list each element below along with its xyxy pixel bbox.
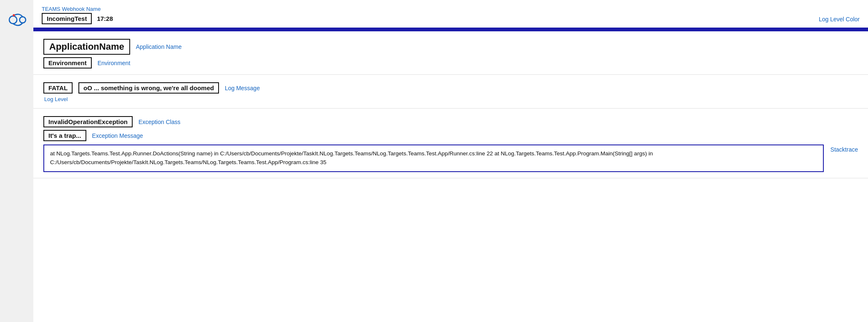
- app-name-label: Application Name: [136, 43, 182, 50]
- app-name-value: ApplicationName: [43, 39, 130, 55]
- exception-class-value: InvalidOperationException: [43, 116, 133, 127]
- header-top: TEAMS Webhook Name IncomingTest 17:28 Lo…: [42, 6, 860, 24]
- section-log: FATAL oO ... something is wrong, we're a…: [33, 75, 868, 109]
- exception-class-row: InvalidOperationException Exception Clas…: [43, 116, 858, 127]
- section-exception: InvalidOperationException Exception Clas…: [33, 109, 868, 178]
- section-app: ApplicationName Application Name Environ…: [33, 31, 868, 75]
- header-row: TEAMS Webhook Name IncomingTest 17:28 Lo…: [33, 0, 868, 28]
- log-message-row: FATAL oO ... something is wrong, we're a…: [43, 82, 858, 94]
- log-message-label: Log Message: [225, 85, 260, 91]
- exception-message-value: It's a trap...: [43, 130, 86, 141]
- log-level-value: FATAL: [43, 82, 73, 94]
- webhook-value: IncomingTest: [42, 13, 92, 24]
- exception-message-row: It's a trap... Exception Message: [43, 130, 858, 141]
- environment-value: Environment: [43, 57, 92, 68]
- svg-point-2: [13, 14, 15, 17]
- webhook-label: TEAMS Webhook Name: [42, 6, 113, 12]
- environment-row: Environment Environment: [43, 57, 858, 68]
- timestamp: 17:28: [97, 15, 113, 22]
- webhook-section: TEAMS Webhook Name IncomingTest 17:28: [42, 6, 113, 24]
- svg-point-0: [9, 16, 17, 23]
- stacktrace-value: at NLog.Targets.Teams.Test.App.Runner.Do…: [43, 145, 824, 172]
- color-bar: [33, 28, 868, 31]
- log-level-color-label: Log Level Color: [819, 16, 860, 24]
- exception-message-label: Exception Message: [92, 132, 143, 139]
- log-level-label: Log Level: [43, 96, 858, 102]
- stacktrace-row: at NLog.Targets.Teams.Test.App.Runner.Do…: [43, 145, 858, 172]
- log-message-value: oO ... something is wrong, we're all doo…: [78, 82, 219, 94]
- webhook-value-row: IncomingTest 17:28: [42, 13, 113, 24]
- main-content: TEAMS Webhook Name IncomingTest 17:28 Lo…: [33, 0, 868, 322]
- stacktrace-label: Stacktrace: [830, 145, 858, 153]
- logo-icon: [5, 8, 28, 31]
- exception-class-label: Exception Class: [138, 119, 180, 125]
- svg-point-1: [19, 17, 25, 23]
- environment-label: Environment: [98, 60, 131, 66]
- sidebar: [0, 0, 33, 322]
- app-name-row: ApplicationName Application Name: [43, 39, 858, 55]
